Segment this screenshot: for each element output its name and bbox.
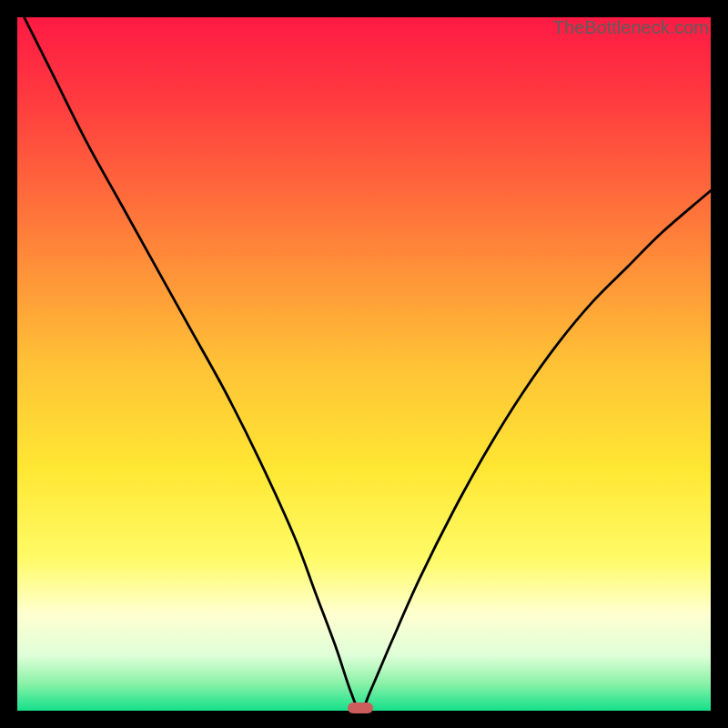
bottleneck-chart (17, 17, 711, 711)
gradient-background (17, 17, 711, 711)
optimum-marker (348, 703, 373, 713)
watermark-text: TheBottleneck.com (553, 17, 709, 38)
chart-frame: TheBottleneck.com (17, 17, 711, 711)
